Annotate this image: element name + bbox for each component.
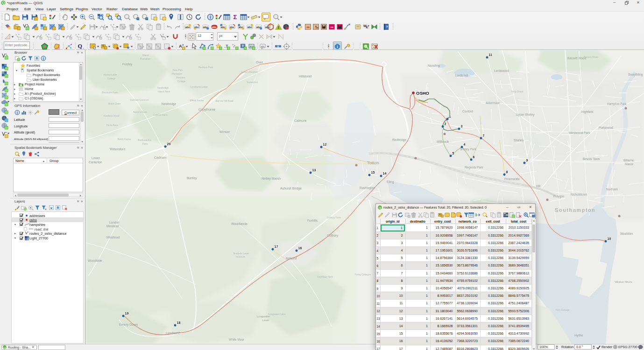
svg-text:14: 14 — [383, 172, 387, 175]
svg-text:T: T — [242, 44, 244, 48]
svg-text:i: i — [210, 15, 211, 20]
svg-text:16: 16 — [298, 246, 302, 250]
svg-text:os: os — [331, 26, 333, 28]
svg-text:4: 4 — [464, 143, 466, 146]
svg-text:os: os — [307, 26, 310, 28]
svg-text:Σ: Σ — [234, 14, 237, 21]
svg-text:↓: ↓ — [83, 47, 84, 49]
svg-text:8: 8 — [506, 170, 508, 174]
svg-text:abc: abc — [212, 25, 217, 28]
svg-text:?: ? — [386, 25, 388, 29]
svg-text:ε: ε — [439, 213, 441, 216]
svg-text:ε: ε — [102, 44, 104, 47]
svg-text:i: i — [43, 56, 44, 61]
svg-text:Q: Q — [78, 43, 82, 49]
svg-text:7: 7 — [483, 134, 485, 137]
svg-text:15: 15 — [371, 171, 375, 174]
svg-text:17: 17 — [275, 245, 278, 248]
svg-text:19: 19 — [125, 312, 129, 315]
svg-text:ε: ε — [45, 208, 47, 210]
svg-text:5: 5 — [453, 152, 454, 155]
svg-text:18: 18 — [177, 321, 181, 324]
svg-text:12: 12 — [323, 143, 327, 146]
svg-text:10: 10 — [608, 237, 611, 240]
svg-text:T: T — [368, 25, 369, 28]
svg-text:Q: Q — [3, 346, 6, 349]
svg-text:6: 6 — [473, 155, 475, 159]
svg-text:Q: Q — [2, 1, 5, 5]
svg-text:13: 13 — [312, 168, 316, 172]
svg-text:abc: abc — [261, 45, 265, 48]
svg-text:1: 1 — [449, 115, 451, 118]
svg-text:2: 2 — [445, 122, 446, 126]
svg-text:!: ! — [278, 25, 279, 30]
svg-text:Q: Q — [379, 206, 382, 210]
svg-text:3: 3 — [461, 125, 463, 128]
svg-text:i: i — [17, 111, 18, 115]
svg-text:A: A — [179, 44, 182, 49]
svg-text:OSHO: OSHO — [416, 91, 429, 96]
svg-text:GD: GD — [316, 27, 318, 29]
svg-text:11: 11 — [489, 53, 493, 56]
svg-text:20: 20 — [167, 142, 171, 146]
svg-text:9: 9 — [526, 159, 528, 162]
